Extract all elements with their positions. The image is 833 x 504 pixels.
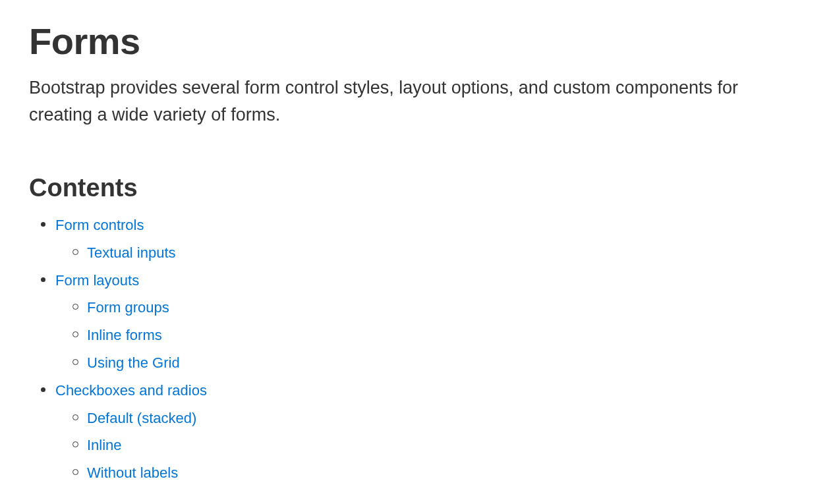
toc-subitem: Using the Grid (87, 349, 804, 377)
toc-sublist: Default (stacked) Inline Without labels (55, 405, 804, 487)
toc-subitem: Textual inputs (87, 239, 804, 267)
contents-heading: Contents (29, 174, 804, 202)
toc-item: Form controls Textual inputs (55, 211, 804, 267)
toc-link-default-stacked[interactable]: Default (stacked) (87, 410, 196, 426)
toc-link-textual-inputs[interactable]: Textual inputs (87, 244, 176, 261)
toc-subitem: Default (stacked) (87, 405, 804, 432)
toc-link-checkboxes-radios[interactable]: Checkboxes and radios (55, 382, 207, 399)
toc-sublist: Form groups Inline forms Using the Grid (55, 294, 804, 376)
page-lead: Bootstrap provides several form control … (29, 74, 793, 128)
table-of-contents: Form controls Textual inputs Form layout… (29, 211, 804, 487)
page-title: Forms (29, 20, 804, 63)
toc-subitem: Inline (87, 432, 804, 459)
toc-subitem: Form groups (87, 294, 804, 322)
toc-link-inline-forms[interactable]: Inline forms (87, 327, 162, 343)
toc-item: Form layouts Form groups Inline forms Us… (55, 267, 804, 377)
toc-link-using-the-grid[interactable]: Using the Grid (87, 354, 180, 371)
toc-link-form-groups[interactable]: Form groups (87, 299, 169, 316)
toc-subitem: Inline forms (87, 322, 804, 349)
toc-subitem: Without labels (87, 459, 804, 487)
toc-link-without-labels[interactable]: Without labels (87, 464, 178, 481)
toc-link-form-controls[interactable]: Form controls (55, 217, 144, 233)
toc-link-inline[interactable]: Inline (87, 437, 122, 453)
toc-item: Checkboxes and radios Default (stacked) … (55, 377, 804, 487)
toc-link-form-layouts[interactable]: Form layouts (55, 272, 139, 289)
toc-sublist: Textual inputs (55, 239, 804, 267)
